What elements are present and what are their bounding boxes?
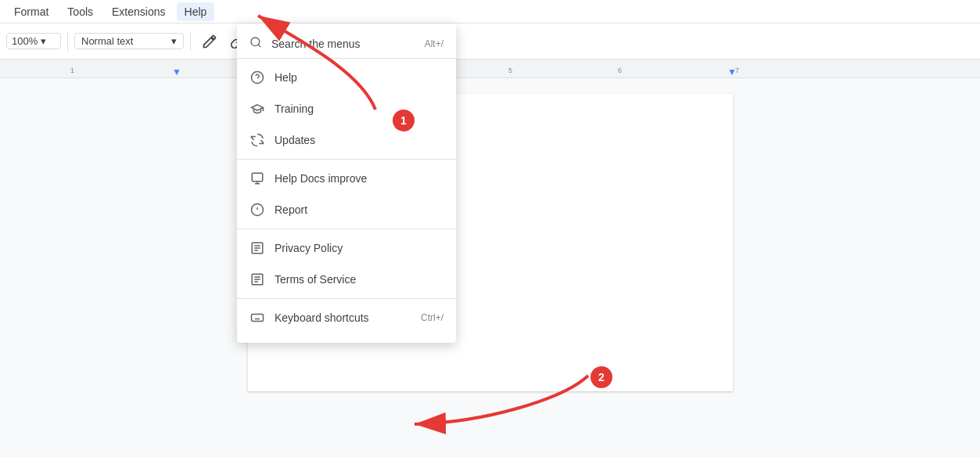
feedback-icon — [249, 171, 265, 186]
svg-rect-35 — [252, 315, 264, 322]
zoom-selector[interactable]: 100% ▾ — [6, 33, 61, 49]
annotation-badge-1: 1 — [393, 110, 415, 131]
svg-point-17 — [251, 38, 260, 46]
style-value: Normal text — [81, 35, 133, 47]
menu-bar: Format Tools Extensions Help — [0, 0, 980, 23]
section-3: Privacy Policy Terms of Service — [237, 229, 456, 299]
menu-extensions[interactable]: Extensions — [104, 2, 173, 21]
help-label: Help — [275, 71, 443, 84]
style-dropdown-icon: ▾ — [171, 35, 177, 47]
help-icon — [249, 70, 265, 85]
updates-icon — [249, 132, 265, 148]
privacy-icon — [249, 240, 265, 256]
keyboard-shortcut-label: Ctrl+/ — [421, 312, 443, 323]
toolbar: 100% ▾ Normal text ▾ — [0, 23, 980, 59]
pencil-button[interactable] — [197, 29, 222, 54]
training-item[interactable]: Training — [237, 93, 456, 124]
help-dropdown: Search the menus Alt+/ Help Training Upd… — [237, 23, 456, 343]
keyboard-icon — [249, 310, 265, 326]
training-label: Training — [275, 103, 443, 115]
search-menu-label: Search the menus — [271, 38, 415, 50]
help-docs-improve-label: Help Docs improve — [275, 172, 443, 185]
style-selector[interactable]: Normal text ▾ — [74, 33, 184, 49]
keyboard-shortcuts-label: Keyboard shortcuts — [275, 311, 411, 324]
report-item[interactable]: Report — [237, 194, 456, 225]
help-docs-improve-item[interactable]: Help Docs improve — [237, 163, 456, 194]
search-icon — [249, 36, 262, 52]
svg-line-18 — [258, 45, 260, 47]
toolbar-divider-2 — [190, 32, 191, 51]
menu-format[interactable]: Format — [6, 2, 56, 21]
keyboard-shortcuts-item[interactable]: Keyboard shortcuts Ctrl+/ — [237, 302, 456, 333]
terms-icon — [249, 272, 265, 287]
annotation-badge-2: 2 — [591, 366, 612, 388]
updates-label: Updates — [275, 134, 443, 146]
section-4: Keyboard shortcuts Ctrl+/ — [237, 299, 456, 336]
menu-tools[interactable]: Tools — [59, 2, 101, 21]
training-icon — [249, 101, 265, 117]
terms-of-service-item[interactable]: Terms of Service — [237, 264, 456, 295]
svg-rect-21 — [252, 173, 263, 182]
section-2: Help Docs improve Report — [237, 160, 456, 229]
zoom-dropdown-icon: ▾ — [41, 35, 46, 47]
search-shortcut: Alt+/ — [425, 38, 443, 49]
ruler: 1 4 5 6 7 ▼ ▼ — [0, 59, 980, 78]
updates-item[interactable]: Updates — [237, 124, 456, 156]
section-1: Help Training Updates — [237, 59, 456, 160]
report-label: Report — [275, 203, 443, 216]
menu-help[interactable]: Help — [177, 2, 215, 21]
report-icon — [249, 202, 265, 218]
privacy-policy-item[interactable]: Privacy Policy — [237, 232, 456, 264]
zoom-value: 100% — [12, 35, 38, 47]
privacy-policy-label: Privacy Policy — [275, 242, 443, 254]
document-area — [0, 78, 980, 407]
search-row[interactable]: Search the menus Alt+/ — [237, 30, 456, 59]
toolbar-divider-1 — [67, 32, 68, 51]
terms-of-service-label: Terms of Service — [275, 273, 443, 286]
help-item[interactable]: Help — [237, 62, 456, 93]
